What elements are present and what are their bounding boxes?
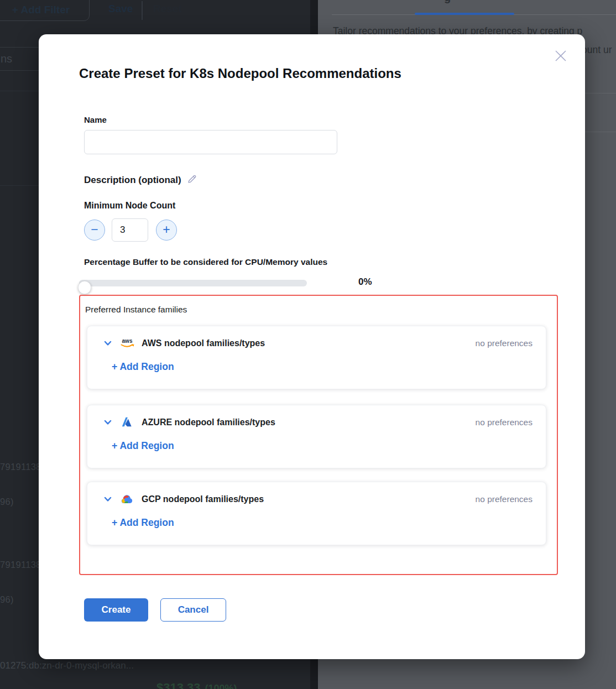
filter-chip-label: ns xyxy=(1,53,12,65)
modal-title: Create Preset for K8s Nodepool Recommend… xyxy=(79,66,401,81)
aws-logo-icon: aws xyxy=(119,336,135,351)
price-fragment: $313.33(100%) xyxy=(156,681,237,689)
row-pct-fragment: 96) xyxy=(0,594,14,605)
provider-status: no preferences xyxy=(476,494,533,504)
gcp-logo-icon xyxy=(119,492,135,507)
provider-card-header[interactable]: aws AWS nodepool families/types no prefe… xyxy=(102,336,533,351)
slider-value: 0% xyxy=(358,276,372,288)
add-region-button[interactable]: + Add Region xyxy=(112,361,174,373)
reset-button[interactable]: Reset xyxy=(153,3,182,15)
add-region-button[interactable]: + Add Region xyxy=(112,440,174,452)
description-row: Description (optional) xyxy=(84,174,197,186)
chevron-down-icon[interactable] xyxy=(102,417,113,428)
row-pct-fragment: 96) xyxy=(0,497,14,507)
provider-card-header[interactable]: AZURE nodepool families/types no prefere… xyxy=(102,415,533,430)
decrement-button[interactable]: − xyxy=(84,220,105,241)
description-label: Description (optional) xyxy=(84,175,181,186)
provider-card-azure: AZURE nodepool families/types no prefere… xyxy=(87,405,546,468)
save-button[interactable]: Save xyxy=(108,3,133,15)
screen: + Add Filter Save Reset ns 79191138 96) … xyxy=(0,0,616,689)
row-id-fragment: 79191138 xyxy=(0,560,41,570)
provider-status: no preferences xyxy=(476,417,533,427)
name-label: Name xyxy=(84,115,107,124)
price-percent: (100%) xyxy=(205,683,237,689)
db-resource-fragment: 01275:db:zn-dr-0-mysql-orkan... xyxy=(0,660,134,671)
price-value: $313.33 xyxy=(156,681,201,689)
active-tab-label-fragment: g xyxy=(444,0,451,4)
buffer-slider: 0% xyxy=(79,275,389,291)
provider-card-aws: aws AWS nodepool families/types no prefe… xyxy=(87,326,546,389)
slider-handle[interactable] xyxy=(78,281,91,294)
description-text-line2-fragment: ount ur xyxy=(582,44,612,56)
min-node-count-stepper: − + xyxy=(84,218,177,242)
edit-pencil-icon[interactable] xyxy=(187,174,197,186)
chevron-down-icon[interactable] xyxy=(102,338,113,349)
close-icon[interactable] xyxy=(554,49,568,63)
preferred-families-label: Preferred Instance families xyxy=(85,305,187,315)
add-region-button[interactable]: + Add Region xyxy=(112,517,174,529)
name-input[interactable] xyxy=(84,130,337,154)
preferred-families-highlight-box: Preferred Instance families aws xyxy=(79,295,558,575)
provider-label: AWS nodepool families/types xyxy=(142,338,265,348)
provider-card-gcp: GCP nodepool families/types no preferenc… xyxy=(87,482,546,545)
provider-card-header[interactable]: GCP nodepool families/types no preferenc… xyxy=(102,492,533,507)
provider-label: AZURE nodepool families/types xyxy=(142,417,275,427)
filter-chip[interactable]: ns xyxy=(0,47,42,71)
azure-logo-icon xyxy=(119,415,135,430)
buffer-slider-label: Percentage Buffer to be considered for C… xyxy=(84,257,327,267)
chevron-down-icon[interactable] xyxy=(102,494,113,505)
increment-button[interactable]: + xyxy=(156,220,177,241)
min-node-count-label: Minimum Node Count xyxy=(84,201,175,211)
provider-status: no preferences xyxy=(476,338,533,348)
row-id-fragment: 79191138 xyxy=(0,462,41,472)
svg-text:aws: aws xyxy=(122,338,133,344)
slider-track[interactable] xyxy=(79,280,307,286)
toolbar-divider xyxy=(142,1,143,20)
add-filter-label: + Add Filter xyxy=(12,4,70,16)
create-button[interactable]: Create xyxy=(84,598,148,622)
cancel-button[interactable]: Cancel xyxy=(160,598,226,622)
min-node-count-input[interactable] xyxy=(112,218,148,242)
add-filter-button[interactable]: + Add Filter xyxy=(0,0,90,21)
create-preset-modal: Create Preset for K8s Nodepool Recommend… xyxy=(39,34,585,659)
provider-label: GCP nodepool families/types xyxy=(142,494,264,504)
active-tab-indicator xyxy=(415,13,514,15)
